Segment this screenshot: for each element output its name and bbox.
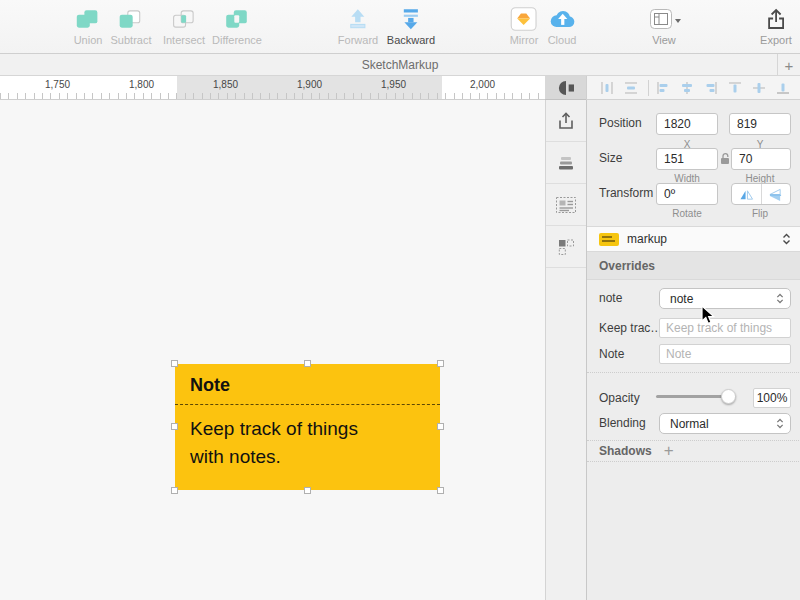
view-button[interactable]: View [644, 6, 684, 46]
shadows-header-label: Shadows [599, 444, 652, 458]
intersect-button[interactable]: Intersect [163, 6, 205, 46]
inspector-corner-button[interactable] [545, 76, 586, 100]
flip-segmented-control [731, 183, 791, 205]
difference-button[interactable]: Difference [212, 6, 262, 46]
position-label: Position [599, 116, 642, 130]
flip-vertical-button[interactable] [762, 184, 791, 204]
export-icon [764, 6, 788, 32]
rotate-field[interactable] [656, 183, 718, 205]
section-divider [587, 372, 800, 373]
sketch-app-window: Union Subtract Intersect Difference Forw… [0, 0, 800, 600]
components-tab[interactable] [546, 226, 586, 268]
override-note-label: note [599, 291, 622, 305]
cloud-button[interactable]: Cloud [547, 6, 577, 46]
ruler-tick-label: 1,800 [129, 79, 154, 90]
override-note-text-label: Note [599, 347, 624, 361]
overrides-section-header: Overrides [587, 252, 800, 280]
symbol-selector[interactable]: markup [587, 226, 800, 252]
forward-button[interactable]: Forward [338, 6, 378, 46]
move-backward-icon [398, 6, 424, 32]
document-title[interactable]: SketchMarkup [362, 58, 439, 72]
blending-label: Blending [599, 416, 646, 430]
mirror-button[interactable]: Mirror [510, 6, 539, 46]
opacity-slider-knob[interactable] [721, 389, 736, 404]
union-icon [75, 6, 101, 32]
page-layout-tab[interactable] [546, 184, 586, 226]
layers-stack-icon [556, 153, 576, 173]
distribute-vertical-icon[interactable] [623, 80, 639, 96]
export-button[interactable]: Export [760, 6, 792, 46]
flip-horizontal-icon [739, 188, 754, 201]
align-middle-vertical-icon[interactable] [751, 80, 767, 96]
symbol-name: markup [627, 232, 667, 246]
size-height-field[interactable] [731, 148, 791, 170]
share-tab[interactable] [546, 100, 586, 142]
document-tab-bar: SketchMarkup + [0, 54, 800, 76]
design-canvas[interactable]: Note Keep track of things with notes. [0, 100, 545, 600]
keep-track-override-field[interactable] [659, 318, 791, 338]
rotate-sublabel: Rotate [656, 208, 718, 219]
ruler-ticks [0, 93, 545, 99]
transform-label: Transform [599, 186, 653, 200]
page-layout-icon [555, 195, 577, 215]
flip-vertical-icon [768, 188, 783, 201]
add-tab-button[interactable]: + [777, 54, 800, 76]
dropdown-value: Normal [670, 417, 709, 431]
blending-dropdown[interactable]: Normal [659, 413, 791, 434]
selection-handle[interactable] [437, 360, 444, 367]
align-left-icon[interactable] [655, 80, 671, 96]
position-x-field[interactable] [656, 113, 718, 135]
note-override-dropdown[interactable]: note [659, 288, 791, 309]
mouse-cursor [701, 305, 715, 326]
size-width-field[interactable] [656, 148, 718, 170]
selection-handle[interactable] [171, 360, 178, 367]
align-bottom-icon[interactable] [775, 80, 791, 96]
selection-handle[interactable] [437, 423, 444, 430]
overrides-header-label: Overrides [599, 259, 655, 273]
align-center-horizontal-icon[interactable] [679, 80, 695, 96]
selection-handle[interactable] [304, 360, 311, 367]
view-icon [644, 6, 684, 32]
dropdown-value: note [670, 292, 693, 306]
unlock-icon[interactable] [720, 152, 730, 168]
selection-handle[interactable] [304, 487, 311, 494]
size-label: Size [599, 151, 622, 165]
move-forward-icon [345, 6, 371, 32]
main-toolbar: Union Subtract Intersect Difference Forw… [0, 0, 800, 54]
note-body: Keep track of things with notes. [175, 405, 395, 471]
note-override-field[interactable] [659, 344, 791, 364]
selection-handle[interactable] [437, 487, 444, 494]
layers-tab[interactable] [546, 142, 586, 184]
subtract-icon [118, 6, 144, 32]
add-shadow-button[interactable]: + [664, 441, 674, 461]
horizontal-ruler: 1,750 1,800 1,850 1,900 1,950 2,000 [0, 76, 545, 100]
difference-icon [224, 6, 250, 32]
subtract-button[interactable]: Subtract [111, 6, 152, 46]
ruler-tick-label: 1,950 [381, 79, 406, 90]
intersect-icon [171, 6, 197, 32]
ruler-tick-label: 1,900 [297, 79, 322, 90]
override-keep-track-label: Keep trac… [599, 321, 662, 335]
flip-horizontal-button[interactable] [732, 184, 762, 204]
symbol-thumbnail-icon [599, 233, 619, 246]
chevron-up-down-icon [776, 293, 784, 304]
opacity-value-field[interactable] [753, 388, 791, 408]
distribute-horizontal-icon[interactable] [599, 80, 615, 96]
union-button[interactable]: Union [74, 6, 103, 46]
note-symbol-instance[interactable]: Note Keep track of things with notes. [175, 364, 440, 490]
shadows-section-header: Shadows + [587, 440, 800, 462]
selection-handle[interactable] [171, 487, 178, 494]
position-y-field[interactable] [729, 113, 791, 135]
chevron-up-down-icon [782, 233, 791, 245]
selection-handle[interactable] [171, 423, 178, 430]
backward-button[interactable]: Backward [387, 6, 435, 46]
panel-icon-strip [545, 100, 586, 600]
toolbar-separator [648, 80, 649, 96]
flip-sublabel: Flip [729, 208, 791, 219]
ruler-tick-label: 1,750 [45, 79, 70, 90]
align-right-icon[interactable] [703, 80, 719, 96]
components-icon [556, 237, 576, 257]
share-icon [556, 111, 576, 131]
ruler-tick-label: 2,000 [470, 79, 495, 90]
align-top-icon[interactable] [727, 80, 743, 96]
